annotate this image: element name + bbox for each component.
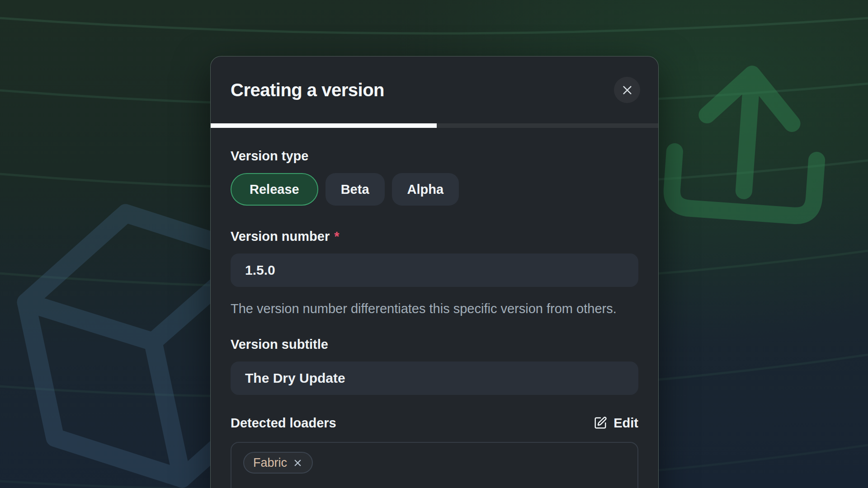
progress-bar — [211, 123, 658, 128]
edit-button-label: Edit — [613, 416, 638, 431]
loaders-container: Fabric — [231, 442, 638, 488]
chip-remove-button[interactable] — [292, 458, 303, 468]
edit-button[interactable]: Edit — [594, 416, 638, 431]
version-type-options: Release Beta Alpha — [231, 173, 638, 206]
alpha-button[interactable]: Alpha — [392, 173, 459, 206]
edit-pencil-icon — [594, 416, 607, 430]
close-button[interactable] — [614, 77, 640, 103]
detected-loaders-label: Detected loaders — [231, 415, 336, 431]
close-icon — [621, 84, 633, 96]
version-subtitle-input[interactable] — [231, 361, 638, 395]
chip-remove-x-icon — [292, 458, 303, 468]
page-title: Creating a version — [231, 80, 384, 100]
upload-arrow-icon — [656, 39, 837, 240]
loader-chip-label: Fabric — [253, 456, 287, 470]
create-version-modal: Creating a version Version type Release … — [210, 56, 659, 488]
version-number-input[interactable] — [231, 253, 638, 287]
modal-header: Creating a version — [211, 56, 658, 123]
loader-chip-fabric: Fabric — [243, 452, 313, 474]
beta-button[interactable]: Beta — [326, 173, 385, 206]
modal-body: Version type Release Beta Alpha Version … — [211, 148, 658, 488]
version-type-label: Version type — [231, 148, 638, 164]
version-number-label-text: Version number — [231, 229, 330, 244]
required-asterisk: * — [334, 229, 339, 244]
progress-fill — [211, 123, 437, 128]
version-number-label: Version number* — [231, 228, 638, 244]
release-button[interactable]: Release — [231, 173, 318, 206]
detected-loaders-row: Detected loaders Edit — [231, 415, 638, 431]
version-subtitle-label: Version subtitle — [231, 336, 638, 352]
version-number-help: The version number differentiates this s… — [231, 299, 638, 319]
